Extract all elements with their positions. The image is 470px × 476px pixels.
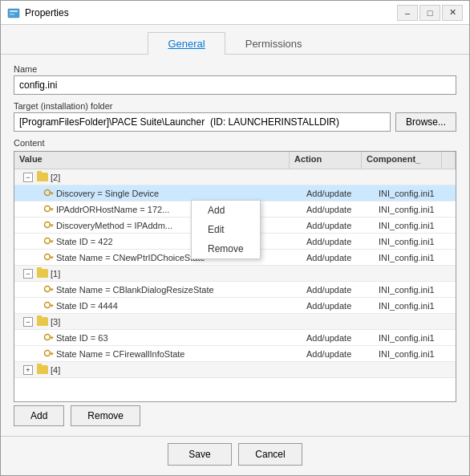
folder-icon: [37, 317, 48, 326]
row-component: INI_config.ini1: [375, 251, 456, 264]
svg-rect-29: [51, 354, 53, 356]
row-value: State Name = CBlankDialogResizeState: [56, 285, 214, 295]
remove-button[interactable]: Remove: [71, 405, 140, 426]
row-component: INI_config.ini1: [375, 203, 456, 216]
svg-rect-26: [51, 338, 53, 340]
table-row[interactable]: State ID = 4444 Add/update INI_config.in…: [14, 298, 456, 314]
key-icon: [43, 220, 54, 230]
row-value: State ID = 63: [56, 333, 108, 343]
table-row[interactable]: State Name = CBlankDialogResizeState Add…: [14, 282, 456, 298]
target-input[interactable]: [14, 112, 391, 132]
table-row[interactable]: State ID = 63 Add/update INI_config.ini1: [14, 330, 456, 346]
row-value: [4]: [51, 365, 60, 375]
svg-rect-28: [50, 353, 54, 355]
svg-point-9: [45, 222, 51, 228]
context-menu-add[interactable]: Add: [192, 201, 260, 220]
row-value: State ID = 422: [56, 237, 113, 246]
row-action: [303, 368, 375, 372]
row-component: [375, 272, 456, 275]
context-menu-edit[interactable]: Edit: [192, 220, 260, 239]
row-component: [375, 320, 456, 323]
svg-point-6: [45, 206, 51, 212]
svg-point-27: [45, 351, 51, 356]
svg-rect-22: [50, 305, 54, 307]
svg-point-12: [45, 238, 51, 244]
row-action: Add/update: [303, 219, 375, 232]
row-value: [2]: [51, 173, 60, 182]
cancel-button[interactable]: Cancel: [238, 443, 302, 466]
svg-rect-20: [51, 290, 53, 291]
browse-button[interactable]: Browse...: [395, 112, 456, 132]
bottom-buttons: Add Remove: [14, 402, 456, 429]
close-button[interactable]: ✕: [442, 5, 463, 21]
svg-point-3: [45, 190, 51, 196]
expand-icon[interactable]: −: [23, 173, 33, 182]
properties-window: Properties – □ ✕ General Permissions Nam…: [0, 0, 470, 476]
table-row[interactable]: − [2]: [14, 169, 456, 185]
expand-icon[interactable]: −: [23, 317, 33, 327]
svg-rect-1: [10, 10, 18, 12]
key-icon: [43, 300, 54, 311]
row-action: Add/update: [303, 187, 375, 200]
svg-rect-11: [51, 226, 53, 227]
minimize-button[interactable]: –: [397, 5, 418, 21]
svg-point-18: [45, 287, 51, 292]
form-area: Name Target (installation) folder Browse…: [1, 55, 469, 138]
svg-rect-7: [50, 209, 54, 210]
svg-rect-16: [50, 257, 54, 258]
tab-permissions[interactable]: Permissions: [225, 32, 322, 55]
svg-rect-10: [50, 225, 54, 226]
folder-icon: [37, 365, 48, 374]
key-icon: [43, 284, 54, 295]
svg-rect-25: [50, 337, 54, 339]
row-value: [1]: [51, 269, 60, 279]
svg-rect-14: [51, 242, 53, 243]
key-icon: [43, 332, 54, 343]
row-action: Add/update: [303, 283, 375, 296]
key-icon: [43, 236, 54, 246]
expand-icon[interactable]: −: [23, 269, 33, 279]
row-component: INI_config.ini1: [375, 187, 456, 200]
svg-rect-19: [50, 289, 54, 291]
expand-icon[interactable]: +: [23, 365, 33, 375]
th-scroll-spacer: [442, 152, 456, 169]
row-component: INI_config.ini1: [375, 299, 456, 312]
save-button[interactable]: Save: [168, 443, 232, 466]
svg-rect-2: [10, 14, 14, 15]
svg-rect-4: [50, 193, 54, 194]
name-input[interactable]: [14, 75, 456, 95]
row-value: DiscoveryMethod = IPAddm...: [56, 221, 172, 230]
name-field-group: Name: [14, 64, 456, 95]
row-component: [375, 176, 456, 179]
footer: Save Cancel: [1, 436, 469, 475]
table-row[interactable]: + [4]: [14, 362, 456, 378]
maximize-button[interactable]: □: [419, 5, 440, 21]
tab-general[interactable]: General: [148, 32, 225, 55]
row-value: State ID = 4444: [56, 301, 118, 311]
th-value: Value: [14, 152, 290, 169]
row-action: [303, 272, 375, 275]
target-row: Browse...: [14, 112, 456, 132]
row-action: Add/update: [303, 332, 375, 344]
target-label: Target (installation) folder: [14, 101, 456, 111]
key-icon: [43, 188, 54, 198]
table-row[interactable]: Discovery = Single Device Add/update INI…: [14, 185, 456, 201]
row-component: INI_config.ini1: [375, 219, 456, 232]
row-action: Add/update: [303, 299, 375, 312]
target-field-group: Target (installation) folder Browse...: [14, 101, 456, 132]
window-icon: [7, 6, 20, 19]
content-section: Content Value Action Component_ −: [1, 138, 469, 436]
context-menu-remove[interactable]: Remove: [192, 239, 260, 258]
row-component: INI_config.ini1: [375, 235, 456, 248]
svg-rect-8: [51, 210, 53, 211]
add-button[interactable]: Add: [14, 405, 64, 426]
th-action: Action: [290, 152, 362, 169]
th-component: Component_: [362, 152, 442, 169]
table-row[interactable]: State Name = CFirewallInfoState Add/upda…: [14, 346, 456, 362]
row-value: State Name = CFirewallInfoState: [56, 349, 185, 359]
folder-icon: [37, 173, 48, 181]
row-component: INI_config.ini1: [375, 332, 456, 344]
table-row[interactable]: − [3]: [14, 314, 456, 330]
table-row[interactable]: − [1]: [14, 266, 456, 282]
name-label: Name: [14, 64, 456, 74]
